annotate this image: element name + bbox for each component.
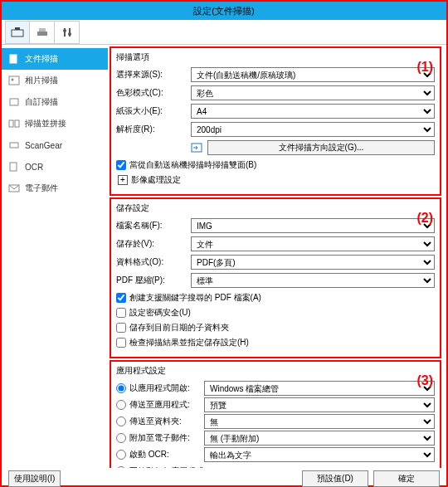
date-folder-label: 儲存到目前日期的子資料夾 [129,322,229,334]
source-select[interactable]: 文件(自動送稿機/原稿玻璃) [191,67,435,82]
sidebar-item-document-scan[interactable]: 文件掃描 [2,48,108,70]
photo-icon [8,75,20,85]
filename-select[interactable]: IMG [191,218,435,233]
help-button[interactable]: 使用說明(I) [8,470,61,487]
send-folder-label: 傳送至資料夾: [129,416,201,427]
tab-printer-icon[interactable] [30,21,55,44]
filename-label: 檔案名稱(F): [116,220,191,231]
sidebar-label: 自訂掃描 [25,96,58,108]
color-label: 色彩模式(C): [116,87,191,99]
ok-button[interactable]: 確定 [373,470,440,487]
duplex-checkbox[interactable] [116,160,126,170]
start-ocr-radio[interactable] [116,450,126,460]
svg-rect-3 [39,28,46,32]
svg-rect-0 [12,30,23,37]
date-folder-checkbox[interactable] [116,323,126,333]
sidebar-item-ocr[interactable]: OCR [2,156,108,178]
sidebar-label: 掃描並拼接 [25,118,66,129]
sidebar-item-scangear[interactable]: ScanGear [2,134,108,156]
duplex-label: 當從自動送稿機掃描時掃描雙面(B) [129,159,256,171]
send-app-select[interactable]: 預覽 [204,397,435,412]
svg-point-6 [63,29,66,32]
svg-rect-2 [37,32,47,36]
open-with-label: 以應用程式開啟: [129,382,201,394]
sidebar-label: 文件掃描 [25,53,58,65]
panel-title: 儲存設定 [116,202,435,214]
ocr-icon [8,162,20,172]
password-checkbox[interactable] [116,308,126,318]
svg-point-10 [12,79,14,81]
sidebar-label: 電子郵件 [25,183,58,194]
tab-tools-icon[interactable] [55,21,80,44]
resolution-select[interactable]: 200dpi [191,122,435,137]
svg-rect-12 [9,120,13,127]
custom-icon [8,97,20,107]
send-folder-select[interactable]: 無 [204,414,435,429]
defaults-button[interactable]: 預設值(D) [302,470,368,487]
no-app-radio[interactable] [116,466,126,468]
format-select[interactable]: PDF(多頁) [191,255,435,270]
orientation-icon [191,141,204,154]
start-ocr-label: 啟動 OCR: [129,449,201,460]
attach-email-select[interactable]: 無 (手動附加) [204,431,435,446]
sidebar-item-photo-scan[interactable]: 相片掃描 [2,70,108,91]
no-app-label: 不啟動任何應用程式 [129,465,204,468]
orientation-settings-button[interactable]: 文件掃描方向設定(G)... [207,140,435,155]
svg-point-7 [68,32,71,36]
window-title: 設定(文件掃描) [2,2,446,20]
savein-select[interactable]: 文件 [191,236,435,251]
send-app-radio[interactable] [116,400,126,410]
format-label: 資料格式(O): [116,256,191,268]
svg-rect-13 [15,120,19,127]
svg-rect-11 [10,99,18,105]
panel-title: 掃描選項 [116,51,435,63]
tab-scan-icon[interactable] [5,21,30,44]
compress-label: PDF 壓縮(P): [116,275,191,286]
svg-rect-15 [10,163,17,171]
dialog-window: 設定(文件掃描) 文件掃描 相片掃描 自訂掃描 掃描並拼接 ScanGear O… [0,0,448,487]
panel-title: 應用程式設定 [116,365,435,377]
send-folder-radio[interactable] [116,416,126,426]
source-label: 選擇來源(S): [116,69,191,80]
pdf-keywords-checkbox[interactable] [116,293,126,303]
sidebar-item-custom-scan[interactable]: 自訂掃描 [2,91,108,113]
top-toolbar [2,20,446,45]
save-settings-panel: (2) 儲存設定 檔案名稱(F):IMG 儲存於(V):文件 資料格式(O):P… [110,197,441,358]
panel-number: (3) [416,373,433,388]
panel-number: (2) [416,211,433,226]
doc-icon [8,54,20,64]
sidebar-item-email[interactable]: 電子郵件 [2,178,108,199]
resolution-label: 解析度(R): [116,124,191,135]
open-with-radio[interactable] [116,383,126,393]
expand-image-processing[interactable]: + [118,175,128,185]
start-ocr-select[interactable]: 輸出為文字 [204,447,435,462]
savein-label: 儲存於(V): [116,238,191,250]
stitch-icon [8,119,20,129]
mail-icon [8,183,20,193]
paper-select[interactable]: A4 [191,104,435,119]
svg-rect-9 [9,76,19,85]
attach-email-radio[interactable] [116,433,126,443]
verify-label: 檢查掃描結果並指定儲存設定(H) [129,337,249,348]
color-select[interactable]: 彩色 [191,85,435,100]
paper-label: 紙張大小(E): [116,105,191,117]
compress-select[interactable]: 標準 [191,273,435,288]
svg-rect-8 [10,55,17,63]
scangear-icon [8,140,20,150]
password-label: 設定密碼安全(U) [129,307,191,319]
verify-checkbox[interactable] [116,338,126,348]
open-with-select[interactable]: Windows 檔案總管 [204,381,435,396]
attach-email-label: 附加至電子郵件: [129,432,201,444]
image-processing-label: 影像處理設定 [131,174,181,186]
sidebar-label: 相片掃描 [25,75,58,86]
svg-rect-1 [15,27,20,30]
sidebar-item-stitch-scan[interactable]: 掃描並拼接 [2,113,108,134]
app-settings-panel: (3) 應用程式設定 以應用程式開啟:Windows 檔案總管 傳送至應用程式:… [110,360,441,468]
scan-options-panel: (1) 掃描選項 選擇來源(S):文件(自動送稿機/原稿玻璃) 色彩模式(C):… [110,46,441,196]
pdf-keywords-label: 創建支援關鍵字搜尋的 PDF 檔案(A) [129,292,261,304]
sidebar-label: OCR [25,163,43,172]
bottom-bar: 使用說明(I) 預設值(D) 確定 [2,468,446,487]
sidebar-label: ScanGear [25,141,62,150]
svg-rect-14 [10,143,18,148]
panel-number: (1) [416,60,433,75]
